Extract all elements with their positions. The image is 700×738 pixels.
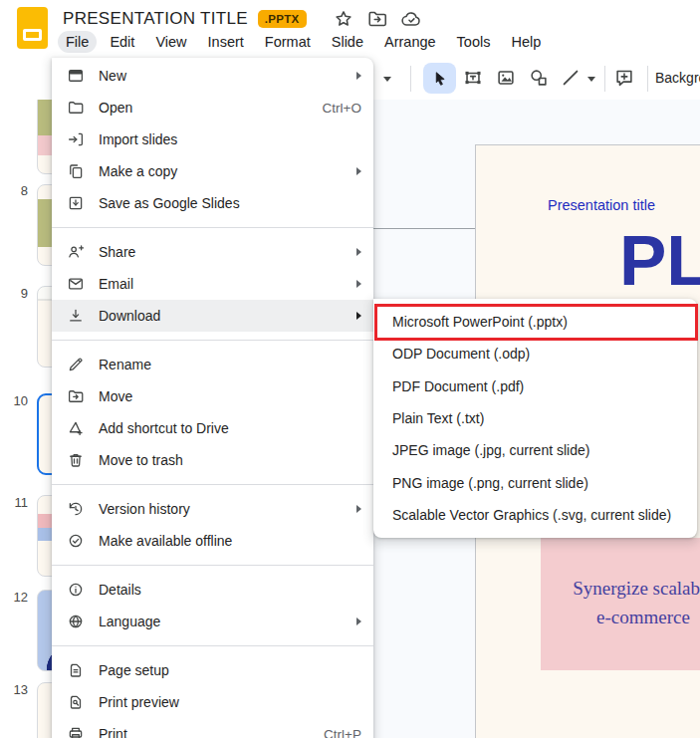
pink-box-line-2: e-commerce [541,603,700,631]
menu-item-move-to-trash[interactable]: Move to trash [52,444,373,476]
move-folder-icon[interactable] [366,8,388,30]
slide-number-13: 13 [2,682,28,697]
add-comment-icon [613,67,635,89]
insert-line-icon [560,67,582,89]
submenu-item-txt[interactable]: Plain Text (.txt) [373,402,697,434]
import-slides-icon [67,130,85,148]
submenu-item-odp[interactable]: ODP Document (.odp) [373,338,697,369]
google-slides-logo-icon[interactable] [17,7,48,49]
download-submenu: Microsoft PowerPoint (.pptx) ODP Documen… [373,299,697,538]
submenu-item-jpeg[interactable]: JPEG image (.jpg, current slide) [373,434,697,466]
menu-item-move[interactable]: Move [52,380,373,412]
menu-arrange[interactable]: Arrange [376,31,444,53]
slide-number-8: 8 [2,183,28,198]
menu-item-page-setup[interactable]: Page setup [52,654,373,686]
slide-big-text[interactable]: PLA [619,225,700,296]
document-title[interactable]: PRESENTATION TITLE [63,9,248,29]
menu-item-import-slides[interactable]: Import slides [52,123,373,155]
insert-image-tool-button[interactable] [495,67,519,91]
submenu-item-png[interactable]: PNG image (.png, current slide) [373,466,697,498]
open-folder-icon [67,99,85,117]
insert-line-tool-button[interactable] [560,67,583,91]
version-history-icon [67,500,85,518]
menu-slide[interactable]: Slide [324,31,371,53]
menu-item-save-as-google-slides[interactable]: Save as Google Slides [52,187,373,219]
menu-item-make-available-offline[interactable]: Make available offline [52,525,373,557]
menu-item-new[interactable]: New [52,60,373,92]
email-icon [67,275,85,293]
menu-item-version-history[interactable]: Version history [52,493,373,525]
menu-view[interactable]: View [147,31,194,53]
submenu-item-pptx[interactable]: Microsoft PowerPoint (.pptx) [373,306,697,338]
submenu-arrow-icon [356,312,361,320]
submenu-item-svg[interactable]: Scalable Vector Graphics (.svg, current … [373,499,697,531]
star-icon[interactable] [333,8,354,30]
menu-item-print[interactable]: PrintCtrl+P [52,718,373,738]
menu-item-share[interactable]: Share [52,236,373,268]
zoom-dropdown-caret-icon[interactable] [383,77,391,82]
submenu-item-pdf[interactable]: PDF Document (.pdf) [373,370,697,402]
insert-shape-icon [528,67,550,89]
menu-item-print-preview[interactable]: Print preview [52,686,373,718]
file-menu: New OpenCtrl+O Import slides Make a copy… [52,58,373,738]
pink-box-line-1: Synergize scalable [541,574,700,603]
add-shortcut-drive-icon [67,419,85,437]
share-person-add-icon [67,243,85,261]
slide-pink-box[interactable]: Synergize scalable e-commerce [541,538,700,670]
menu-item-language[interactable]: Language [52,606,373,637]
toolbar-divider [410,66,411,92]
menu-file[interactable]: File [58,31,97,53]
menu-edit[interactable]: Edit [102,31,142,53]
submenu-arrow-icon [356,248,361,256]
menu-item-open[interactable]: OpenCtrl+O [52,92,373,123]
shortcut-label: Ctrl+P [324,727,361,738]
menu-item-details[interactable]: Details [52,574,373,606]
menu-item-email[interactable]: Email [52,268,373,300]
background-button[interactable]: Background [655,70,700,86]
shortcut-label: Ctrl+O [323,101,361,116]
text-box-icon [462,67,484,89]
submenu-arrow-icon [356,505,361,513]
menu-item-make-a-copy[interactable]: Make a copy [52,155,373,187]
new-presentation-icon [67,67,85,85]
make-copy-icon [67,162,85,180]
submenu-arrow-icon [356,280,361,288]
menu-format[interactable]: Format [257,31,319,53]
menu-item-add-shortcut-to-drive[interactable]: Add shortcut to Drive [52,412,373,444]
insert-shape-tool-button[interactable] [528,67,552,91]
toolbar-divider [647,66,648,92]
submenu-arrow-icon [356,617,361,625]
menu-help[interactable]: Help [503,31,549,53]
text-box-tool-button[interactable] [462,67,486,91]
slide-number-10: 10 [2,393,28,408]
menu-insert[interactable]: Insert [200,31,252,53]
print-icon [67,725,85,738]
cloud-saved-icon[interactable] [400,8,422,30]
info-icon [67,581,85,599]
save-as-slides-icon [67,194,85,212]
select-tool-button[interactable] [423,63,456,94]
move-folder-icon [67,387,85,405]
slide-title-text[interactable]: Presentation title [476,197,700,213]
submenu-arrow-icon [356,167,361,175]
trash-icon [67,451,85,469]
toolbar-divider [604,66,605,92]
slide-number-11: 11 [2,495,28,510]
offline-check-icon [67,532,85,550]
slide-number-9: 9 [2,286,28,301]
menu-item-download[interactable]: Download [52,300,373,332]
insert-image-icon [495,67,517,89]
line-dropdown-caret-icon[interactable] [587,77,595,82]
application-topbar: PRESENTATION TITLE .PPTX File Edit Vi [0,0,700,58]
menu-item-rename[interactable]: Rename [52,349,373,380]
pink-box-text: Synergize scalable e-commerce [541,574,700,632]
pptx-badge: .PPTX [258,10,307,28]
rename-pencil-icon [67,356,85,373]
menu-tools[interactable]: Tools [449,31,499,53]
download-icon [67,307,85,325]
select-cursor-icon [430,69,450,89]
add-comment-tool-button[interactable] [613,67,637,91]
language-globe-icon [67,613,85,630]
submenu-arrow-icon [356,72,361,80]
print-preview-icon [67,693,85,711]
